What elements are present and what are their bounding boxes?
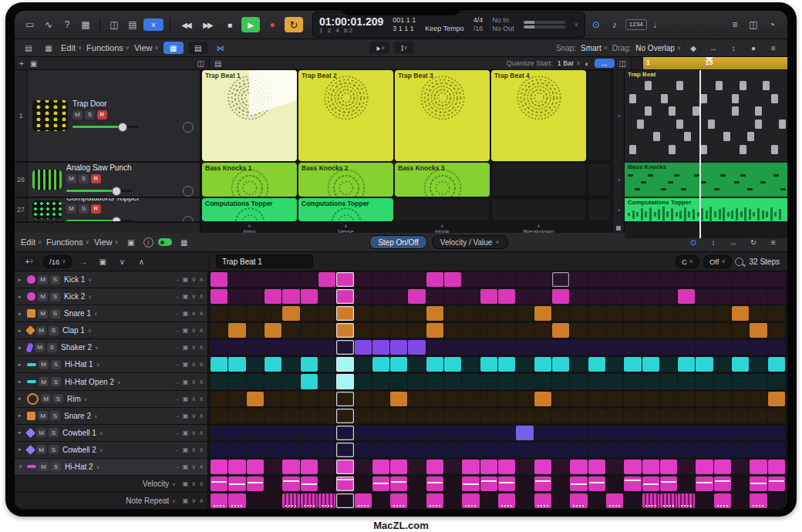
- step-cell[interactable]: [282, 272, 299, 287]
- master-volume-icon[interactable]: ●: [746, 40, 761, 56]
- step-cell[interactable]: [768, 476, 785, 491]
- step-cell[interactable]: [372, 476, 389, 491]
- v-zoom-icon[interactable]: ↕: [726, 40, 741, 56]
- step-cell[interactable]: [265, 493, 281, 508]
- step-cell[interactable]: [301, 323, 318, 338]
- pattern-name-field[interactable]: Trap Beat 1: [216, 254, 313, 268]
- step-cell[interactable]: [480, 426, 497, 440]
- disclosure-icon[interactable]: ▸: [19, 328, 25, 334]
- step-cell[interactable]: [444, 289, 461, 304]
- step-cell[interactable]: [552, 493, 569, 508]
- step-cell[interactable]: [228, 460, 245, 474]
- step-cell[interactable]: [228, 272, 245, 287]
- row-mute-button[interactable]: M: [39, 377, 49, 386]
- disclosure-icon[interactable]: ∨: [19, 463, 25, 470]
- disclosure-icon[interactable]: ▸: [19, 345, 25, 351]
- step-cell[interactable]: [732, 426, 749, 440]
- step-cell[interactable]: [516, 272, 533, 287]
- step-cell[interactable]: [372, 426, 389, 440]
- step-cell[interactable]: [696, 476, 713, 491]
- step-cell[interactable]: [301, 409, 318, 423]
- loops-link-button[interactable]: ↔: [595, 59, 615, 68]
- step-cell[interactable]: [714, 426, 731, 440]
- step-cell[interactable]: [696, 443, 713, 457]
- step-cell[interactable]: [714, 272, 731, 287]
- mixer-icon[interactable]: ◫: [106, 17, 122, 32]
- step-cell[interactable]: [606, 476, 623, 491]
- track-name[interactable]: Computations Topper: [66, 198, 200, 202]
- step-cell[interactable]: [732, 374, 749, 389]
- step-cell[interactable]: [678, 426, 695, 440]
- step-cell[interactable]: [444, 460, 461, 474]
- step-cell[interactable]: [211, 392, 227, 406]
- step-cell[interactable]: [552, 323, 569, 338]
- row-options-icon[interactable]: ▣: [183, 379, 189, 386]
- row-label[interactable]: Hi-Hat 2: [65, 463, 93, 471]
- step-cell[interactable]: [426, 409, 443, 423]
- step-cell[interactable]: [211, 357, 227, 372]
- step-cell[interactable]: [390, 340, 407, 355]
- step-cell[interactable]: [678, 272, 695, 287]
- step-cell[interactable]: [696, 374, 713, 389]
- step-cell[interactable]: [696, 409, 713, 423]
- step-cell[interactable]: [247, 409, 264, 423]
- step-cell[interactable]: [247, 306, 264, 321]
- row-header[interactable]: ▸ M S Snare 1 ∨ → ▣ ∨ ∧: [15, 305, 208, 322]
- step-cell[interactable]: [606, 306, 623, 321]
- step-cell[interactable]: [444, 374, 461, 389]
- zoom-panel-icon[interactable]: ▦: [41, 40, 56, 56]
- step-cell[interactable]: [750, 392, 767, 406]
- step-cell[interactable]: [732, 493, 749, 508]
- step-cell[interactable]: [642, 493, 659, 508]
- step-cell[interactable]: [462, 443, 479, 457]
- step-cell[interactable]: [678, 306, 695, 321]
- step-cell[interactable]: [588, 443, 605, 457]
- step-cell[interactable]: [265, 426, 281, 440]
- step-cell[interactable]: [282, 340, 299, 355]
- step-cell[interactable]: [318, 392, 335, 406]
- step-cell[interactable]: [444, 476, 461, 491]
- pattern-record-toggle[interactable]: [158, 238, 172, 246]
- solo-button[interactable]: S: [79, 174, 89, 184]
- step-cell[interactable]: [318, 323, 335, 338]
- step-cell[interactable]: [265, 289, 281, 304]
- step-cell[interactable]: [355, 374, 372, 389]
- row-down-icon[interactable]: ∨: [191, 310, 196, 317]
- step-cell[interactable]: [211, 493, 227, 508]
- secondary-tool-selector[interactable]: I∨: [394, 42, 414, 54]
- row-mute-button[interactable]: M: [36, 428, 46, 437]
- step-cell[interactable]: [660, 443, 677, 457]
- step-cell[interactable]: [570, 460, 587, 474]
- tuner-icon[interactable]: ⊙: [588, 17, 604, 32]
- row-options-icon[interactable]: ▣: [183, 310, 189, 317]
- library-panel-icon[interactable]: ◫: [746, 17, 761, 32]
- step-cell[interactable]: [498, 323, 515, 338]
- playhead[interactable]: [699, 70, 701, 238]
- step-cell[interactable]: [228, 323, 245, 338]
- step-cell[interactable]: [552, 340, 569, 355]
- empty-loop-cell[interactable]: [491, 163, 586, 197]
- expand-rows-icon[interactable]: ∧: [133, 254, 149, 269]
- disclosure-icon[interactable]: ▸: [19, 379, 25, 385]
- row-mute-button[interactable]: M: [38, 292, 48, 301]
- step-cell[interactable]: [678, 374, 695, 389]
- step-cell[interactable]: [301, 443, 318, 457]
- step-cell[interactable]: [642, 476, 659, 491]
- step-cell[interactable]: [696, 460, 713, 474]
- row-down-icon[interactable]: ∨: [191, 412, 196, 419]
- step-cell[interactable]: [390, 374, 407, 389]
- metronome-icon[interactable]: ♩: [650, 17, 666, 32]
- step-cell[interactable]: [588, 357, 605, 372]
- step-cell[interactable]: [570, 272, 587, 287]
- step-cell[interactable]: [768, 460, 785, 474]
- step-cell[interactable]: [570, 409, 587, 423]
- step-cell[interactable]: [480, 323, 497, 338]
- row-down-icon[interactable]: ∨: [191, 396, 196, 402]
- step-cell[interactable]: [498, 272, 515, 287]
- step-cell[interactable]: [336, 357, 353, 372]
- step-cell[interactable]: [318, 409, 335, 423]
- step-cell[interactable]: [678, 323, 695, 338]
- step-cell[interactable]: [336, 460, 353, 474]
- step-cell[interactable]: [426, 306, 443, 321]
- step-cell[interactable]: [282, 426, 299, 440]
